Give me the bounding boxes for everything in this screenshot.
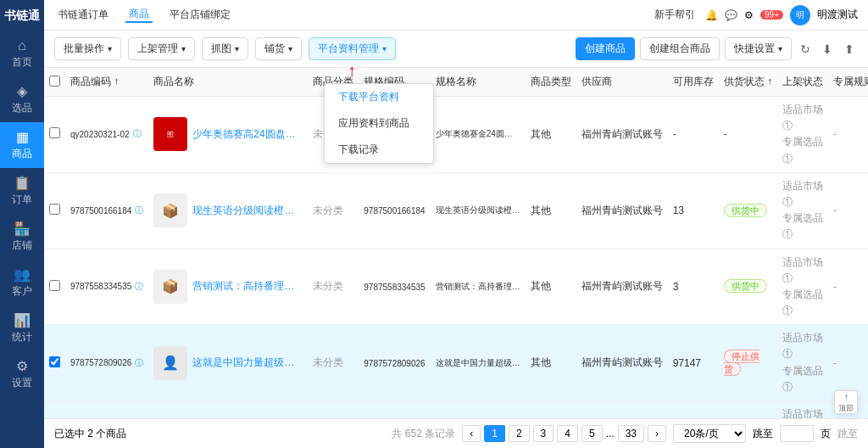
shelf-status-info: 适品市场① 专属选品① <box>782 178 823 244</box>
spec-code-cell: 9787558334535 <box>359 249 430 325</box>
notification-icon[interactable]: 🔔 <box>705 9 718 21</box>
product-type-value: 其他 <box>531 204 551 216</box>
helper-link[interactable]: 新手帮引 <box>651 8 698 22</box>
row-checkbox[interactable] <box>49 204 60 215</box>
header-supplier[interactable]: 供应商 <box>576 68 668 97</box>
select-all-checkbox[interactable] <box>49 76 60 87</box>
row-checkbox-cell[interactable] <box>44 249 65 325</box>
settings-topnav-icon[interactable]: ⚙ <box>744 9 754 21</box>
page-size-select[interactable]: 20条/页 50条/页 100条/页 <box>673 424 746 443</box>
platform-data-management-button[interactable]: 平台资料管理 ▾ <box>309 37 396 60</box>
shelf-management-button[interactable]: 上架管理 ▾ <box>128 37 195 60</box>
sidebar-item-settings[interactable]: ⚙ 设置 <box>0 351 44 397</box>
page-2-button[interactable]: 2 <box>509 425 530 442</box>
sidebar-item-products[interactable]: ▦ 商品 <box>0 122 44 168</box>
page-5-button[interactable]: 5 <box>581 425 603 442</box>
page-1-button[interactable]: 1 <box>484 425 505 442</box>
header-product-type[interactable]: 商品类型 <box>526 68 576 97</box>
row-checkbox-cell[interactable] <box>44 401 65 419</box>
table-row: qy20230321-02 ⓘ 图 少年奥德赛高24圆盘子扑了鸡... 未分类q… <box>44 97 868 173</box>
download-button[interactable]: ⬇ <box>819 37 836 60</box>
topnav-right: 新手帮引 🔔 💬 ⚙ 99+ 明 明渡测试 <box>651 5 858 25</box>
header-product-code[interactable]: 商品编码 ↑ <box>65 68 148 97</box>
header-spec-name[interactable]: 规格名称 <box>431 68 526 97</box>
grab-image-button[interactable]: 抓图 ▾ <box>202 37 248 60</box>
dropdown-item-apply-to-products[interactable]: 应用资料到商品 <box>325 110 433 137</box>
supplier-value: 福州青屿测试账号 <box>581 204 663 216</box>
dropdown-item-download-records[interactable]: 下载记录 <box>325 137 433 163</box>
scroll-to-top-button[interactable]: ↑ 顶部 <box>834 390 858 414</box>
product-type-cell: 其他 <box>526 249 576 325</box>
product-title-link[interactable]: 现生英语分级阅读橙色卷级25册 <box>192 204 303 218</box>
shelf-status-info: 适品市场① 专属选品① <box>782 102 823 167</box>
product-title-wrapper: 现生英语分级阅读橙色卷级25册 <box>192 204 303 218</box>
page-prev-button[interactable]: ‹ <box>462 425 481 442</box>
scroll-top-icon: ↑ <box>843 391 849 403</box>
header-checkbox-cell[interactable] <box>44 68 65 97</box>
shelf-market: 适品市场① <box>782 406 823 418</box>
row-checkbox[interactable] <box>49 280 60 291</box>
spec-name-cell: 流浪地球全2册 <box>431 401 526 419</box>
spec-name-cell: 现生英语分级阅读橙色卷级25册 <box>431 172 526 249</box>
product-code: 9787500166184 <box>70 206 131 216</box>
row-checkbox-cell[interactable] <box>44 97 65 173</box>
upload-button[interactable]: ⬆ <box>841 37 858 60</box>
product-image: 📦 <box>153 270 187 304</box>
refresh-button[interactable]: ↻ <box>797 37 814 60</box>
sidebar-item-customers[interactable]: 👥 客户 <box>0 260 44 305</box>
sidebar-item-statistics[interactable]: 📊 统计 <box>0 305 44 351</box>
sidebar-item-orders[interactable]: 📋 订单 <box>0 168 44 214</box>
table-row: 9787500166184 ⓘ 📦 现生英语分级阅读橙色卷级25册 未分类978… <box>44 172 868 249</box>
sidebar-item-selection[interactable]: ◈ 选品 <box>0 76 44 122</box>
statistics-icon: 📊 <box>14 312 31 328</box>
jump-to-input[interactable] <box>780 425 814 442</box>
spread-goods-button[interactable]: 铺货 ▾ <box>255 37 302 60</box>
page-4-button[interactable]: 4 <box>557 425 578 442</box>
product-icon[interactable]: ⓘ <box>135 204 143 216</box>
topnav-item-products[interactable]: 商品 <box>125 7 153 23</box>
header-stock[interactable]: 可用库存 <box>668 68 719 97</box>
supply-status-cell: 供货中 <box>719 172 777 249</box>
header-exclusive-rule[interactable]: 专属规则 <box>828 68 868 97</box>
quick-settings-button[interactable]: 快捷设置 ▾ <box>725 37 792 60</box>
row-checkbox[interactable] <box>49 356 60 367</box>
header-product-name[interactable]: 商品名称 <box>148 68 308 97</box>
product-title-link[interactable]: 少年奥德赛高24圆盘子扑了鸡... <box>192 127 303 142</box>
product-title-link[interactable]: 这就是中国力量超级工程来了 <box>192 356 303 370</box>
user-avatar[interactable]: 明 <box>790 5 810 25</box>
product-image: 📦 <box>153 193 187 227</box>
category-value: 未分类 <box>313 280 343 292</box>
product-icon[interactable]: ⓘ <box>135 357 143 369</box>
page-3-button[interactable]: 3 <box>533 425 554 442</box>
message-icon[interactable]: 💬 <box>725 9 737 21</box>
row-checkbox-cell[interactable] <box>44 325 65 401</box>
create-product-button[interactable]: 创建商品 <box>576 37 635 60</box>
spec-name-value: 这就是中国力量超级工程来了 <box>436 357 520 369</box>
header-supply-status[interactable]: 供货状态 ↑ <box>719 68 777 97</box>
sidebar-item-home[interactable]: ⌂ 首页 <box>0 31 44 76</box>
sidebar-item-store[interactable]: 🏪 店铺 <box>0 214 44 260</box>
page-next-button[interactable]: › <box>648 425 666 442</box>
product-code: qy20230321-02 <box>70 130 130 139</box>
product-name-cell: 👤 这就是中国力量超级工程来了 <box>148 325 308 401</box>
page-33-button[interactable]: 33 <box>618 425 644 442</box>
product-table: 商品编码 ↑ 商品名称 商品分类 规格编码 规格名称 商品类型 供应商 可用库存… <box>44 68 868 418</box>
product-icon[interactable]: ⓘ <box>135 281 143 293</box>
header-shelf-status[interactable]: 上架状态 <box>777 68 828 97</box>
shelf-status-cell: 适品市场① 专属选品① <box>777 325 828 401</box>
sidebar-item-selection-label: 选品 <box>12 101 32 115</box>
row-checkbox-cell[interactable] <box>44 172 65 249</box>
topnav-item-orders[interactable]: 书链通订单 <box>54 8 112 22</box>
batch-operations-button[interactable]: 批量操作 ▾ <box>54 37 121 60</box>
dropdown-item-download-platform[interactable]: 下载平台资料 <box>325 84 433 110</box>
pagination: ‹ 1 2 3 4 5 ... 33 › <box>462 425 666 442</box>
product-icon[interactable]: ⓘ <box>133 128 142 140</box>
row-checkbox[interactable] <box>49 127 60 138</box>
supply-status-cell: 停止供货 <box>719 401 777 419</box>
product-code-cell: qy20230321-02 ⓘ <box>65 97 148 173</box>
product-title-link[interactable]: 营销测试：高持番理情档模板集 <box>192 279 303 294</box>
product-type-cell: 其他 <box>526 401 576 419</box>
topnav-item-platform[interactable]: 平台店铺绑定 <box>166 8 234 22</box>
create-combo-product-button[interactable]: 创建组合商品 <box>640 37 720 60</box>
category-value: 未分类 <box>313 356 343 368</box>
